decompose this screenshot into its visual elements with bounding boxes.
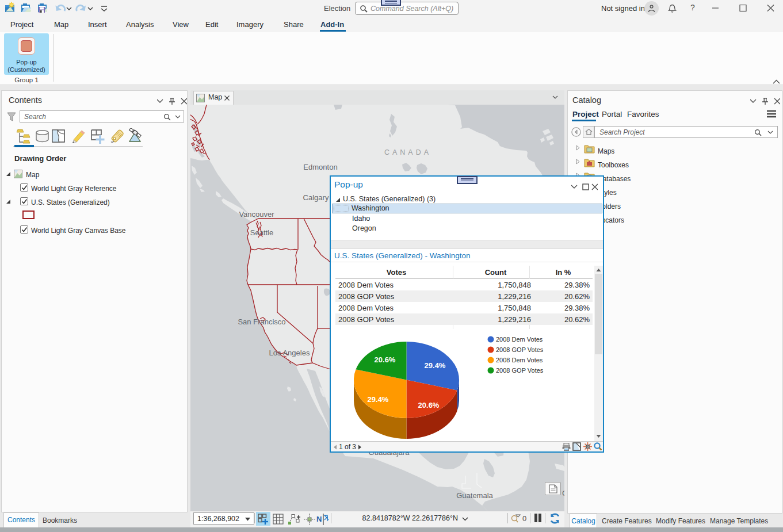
svg-text:2008 Dem Votes: 2008 Dem Votes bbox=[496, 336, 543, 343]
svg-text:Edmonton: Edmonton bbox=[303, 163, 337, 171]
svg-text:Vancouver: Vancouver bbox=[239, 210, 274, 219]
svg-text:2008 Dem Votes: 2008 Dem Votes bbox=[496, 357, 543, 363]
svg-text:20.6%: 20.6% bbox=[418, 401, 440, 409]
svg-text:Seattle: Seattle bbox=[250, 228, 273, 237]
svg-text:N: N bbox=[316, 515, 322, 523]
svg-text:29.4%: 29.4% bbox=[425, 361, 446, 370]
svg-text:Guatemala: Guatemala bbox=[456, 491, 493, 500]
svg-text:2008 GOP Votes: 2008 GOP Votes bbox=[496, 346, 544, 353]
svg-text:29.4%: 29.4% bbox=[368, 395, 389, 404]
svg-text:CANADA: CANADA bbox=[384, 148, 431, 156]
svg-text:Los Angeles: Los Angeles bbox=[269, 349, 310, 357]
svg-text:20.6%: 20.6% bbox=[375, 355, 396, 364]
svg-text:2008 GOP Votes: 2008 GOP Votes bbox=[496, 367, 544, 374]
svg-text:C: C bbox=[562, 489, 564, 497]
svg-text:Calgary: Calgary bbox=[303, 193, 329, 202]
svg-text:San Francisco: San Francisco bbox=[238, 317, 285, 326]
